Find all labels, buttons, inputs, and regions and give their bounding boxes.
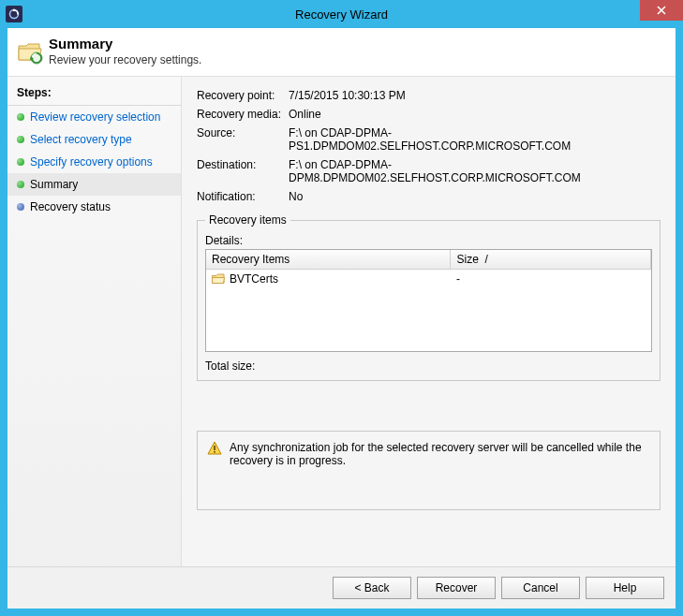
cancel-button[interactable]: Cancel: [501, 577, 580, 599]
label-recovery-media: Recovery media:: [197, 108, 289, 121]
steps-heading: Steps:: [7, 82, 181, 106]
help-button[interactable]: Help: [586, 577, 664, 599]
value-notification: No: [289, 190, 661, 203]
total-size-label: Total size:: [205, 359, 255, 373]
label-recovery-point: Recovery point:: [197, 89, 289, 102]
page-subtitle: Review your recovery settings.: [49, 53, 201, 66]
table-row[interactable]: BVTCerts -: [206, 270, 651, 289]
column-header-size[interactable]: Size /: [451, 250, 651, 270]
recover-button[interactable]: Recover: [417, 577, 496, 599]
value-source: F:\ on CDAP-DPMA-PS1.DPMDOM02.SELFHOST.C…: [289, 126, 661, 153]
page-folder-icon: [17, 39, 43, 66]
total-size-row: Total size:: [205, 359, 652, 373]
step-label: Recovery status: [30, 200, 111, 213]
step-bullet-icon: [17, 181, 24, 188]
window-title: Recovery Wizard: [0, 7, 683, 22]
step-select-recovery-type[interactable]: Select recovery type: [7, 128, 181, 151]
label-destination: Destination:: [197, 158, 289, 184]
app-icon: [6, 6, 22, 22]
step-label: Specify recovery options: [30, 155, 153, 169]
step-specify-recovery-options[interactable]: Specify recovery options: [7, 151, 181, 173]
warning-text: Any synchronization job for the selected…: [230, 441, 650, 500]
page-title: Summary: [49, 36, 201, 51]
value-recovery-media: Online: [289, 108, 661, 121]
step-bullet-icon: [17, 203, 24, 211]
step-review-recovery-selection[interactable]: Review recovery selection: [7, 106, 181, 128]
recovery-items-table: Recovery Items Size /: [206, 250, 651, 288]
step-recovery-status[interactable]: Recovery status: [7, 196, 181, 218]
recovery-items-table-wrap[interactable]: Recovery Items Size /: [205, 249, 652, 352]
titlebar[interactable]: Recovery Wizard: [0, 0, 683, 28]
svg-rect-6: [214, 451, 215, 453]
step-label: Summary: [30, 178, 78, 191]
cell-size: -: [451, 270, 651, 289]
label-source: Source:: [197, 126, 289, 153]
details-label: Details:: [205, 234, 652, 247]
value-destination: F:\ on CDAP-DPMA-DPM8.DPMDOM02.SELFHOST.…: [289, 158, 661, 184]
row-recovery-media: Recovery media: Online: [197, 105, 661, 124]
row-destination: Destination: F:\ on CDAP-DPMA-DPM8.DPMDO…: [197, 155, 661, 187]
close-button[interactable]: [640, 0, 683, 21]
row-source: Source: F:\ on CDAP-DPMA-PS1.DPMDOM02.SE…: [197, 124, 661, 155]
main-panel: Recovery point: 7/15/2015 10:30:13 PM Re…: [182, 77, 676, 566]
back-button[interactable]: < Back: [333, 577, 411, 599]
header: Summary Review your recovery settings.: [7, 28, 676, 77]
client-area: Summary Review your recovery settings. S…: [7, 28, 676, 609]
step-label: Select recovery type: [30, 133, 132, 146]
row-notification: Notification: No: [197, 187, 661, 206]
step-bullet-icon: [17, 113, 24, 121]
step-label: Review recovery selection: [30, 110, 160, 124]
recovery-items-legend: Recovery items: [205, 213, 290, 227]
column-header-recovery-items[interactable]: Recovery Items: [206, 250, 451, 270]
label-notification: Notification:: [197, 190, 289, 203]
warning-icon: [207, 441, 222, 456]
window-frame: Recovery Wizard Summary Review your reco…: [0, 0, 683, 616]
svg-rect-5: [214, 446, 215, 450]
folder-icon: [212, 273, 225, 285]
body: Steps: Review recovery selection Select …: [7, 77, 676, 566]
step-summary[interactable]: Summary: [7, 173, 181, 196]
steps-sidebar: Steps: Review recovery selection Select …: [7, 77, 182, 566]
warning-box: Any synchronization job for the selected…: [197, 431, 661, 510]
step-bullet-icon: [17, 158, 24, 166]
value-recovery-point: 7/15/2015 10:30:13 PM: [289, 89, 661, 102]
footer: < Back Recover Cancel Help: [7, 566, 676, 609]
row-recovery-point: Recovery point: 7/15/2015 10:30:13 PM: [197, 86, 661, 105]
step-bullet-icon: [17, 136, 24, 143]
cell-name: BVTCerts: [230, 272, 278, 286]
close-icon: [657, 6, 666, 15]
recovery-items-group: Recovery items Details: Recovery Items S…: [197, 213, 661, 381]
